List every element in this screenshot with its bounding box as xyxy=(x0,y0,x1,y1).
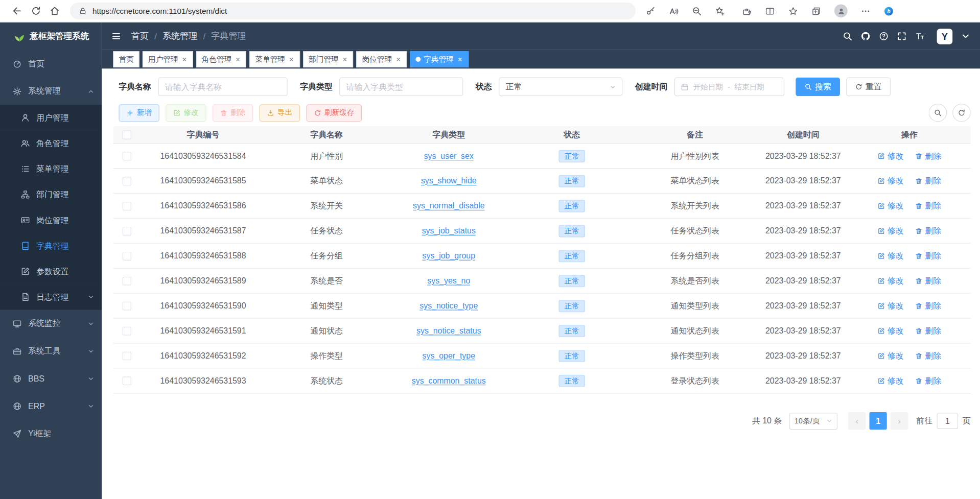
sidebar-item-yi[interactable]: Yi框架 xyxy=(0,420,102,447)
row-edit-link[interactable]: 修改 xyxy=(877,200,903,211)
row-delete-link[interactable]: 删除 xyxy=(915,175,941,186)
search-icon[interactable] xyxy=(843,31,853,41)
row-edit-link[interactable]: 修改 xyxy=(877,300,903,312)
row-edit-link[interactable]: 修改 xyxy=(877,350,903,361)
row-delete-link[interactable]: 删除 xyxy=(915,325,941,336)
tab-home[interactable]: 首页 xyxy=(113,51,139,67)
delete-button[interactable]: 删除 xyxy=(213,104,253,122)
breadcrumb-item[interactable]: 首页 xyxy=(131,31,149,42)
row-delete-link[interactable]: 删除 xyxy=(915,375,941,386)
row-edit-link[interactable]: 修改 xyxy=(877,325,903,336)
dict-type-link[interactable]: sys_notice_type xyxy=(419,301,478,310)
row-delete-link[interactable]: 删除 xyxy=(915,200,941,211)
edit-button[interactable]: 修改 xyxy=(166,104,206,122)
row-edit-link[interactable]: 修改 xyxy=(877,150,903,161)
export-button[interactable]: 导出 xyxy=(260,104,300,122)
bing-copilot-icon[interactable] xyxy=(884,6,894,16)
browser-refresh-button[interactable] xyxy=(26,2,45,19)
font-size-icon[interactable] xyxy=(915,31,925,41)
fullscreen-icon[interactable] xyxy=(897,31,907,41)
dict-type-link[interactable]: sys_notice_status xyxy=(416,326,481,335)
sidebar-item-dict[interactable]: 字典管理 xyxy=(0,233,102,258)
row-edit-link[interactable]: 修改 xyxy=(877,225,903,236)
row-edit-link[interactable]: 修改 xyxy=(877,250,903,262)
page-size-select[interactable]: 10条/页 xyxy=(789,413,837,430)
row-checkbox[interactable] xyxy=(123,326,131,335)
sidebar-item-monitor[interactable]: 系统监控 xyxy=(0,310,102,337)
tab-post[interactable]: 岗位管理× xyxy=(357,51,407,67)
row-edit-link[interactable]: 修改 xyxy=(877,175,903,186)
row-checkbox[interactable] xyxy=(123,251,131,260)
row-edit-link[interactable]: 修改 xyxy=(877,275,903,287)
browser-menu-dots-icon[interactable] xyxy=(860,6,871,16)
password-key-icon[interactable] xyxy=(646,6,656,16)
next-page-button[interactable]: › xyxy=(891,412,908,430)
status-select[interactable]: 正常 xyxy=(499,78,622,97)
date-range-picker[interactable]: 开始日期 - 结束日期 xyxy=(674,78,784,97)
sidebar-item-post[interactable]: 岗位管理 xyxy=(0,207,102,233)
hamburger-icon[interactable] xyxy=(111,31,122,41)
browser-profile-avatar[interactable] xyxy=(834,5,848,18)
row-checkbox[interactable] xyxy=(123,176,131,185)
favorites-star-icon[interactable] xyxy=(788,6,798,16)
close-icon[interactable]: × xyxy=(342,55,348,63)
browser-back-button[interactable] xyxy=(8,2,27,19)
dict-name-input[interactable] xyxy=(158,78,287,97)
browser-home-button[interactable] xyxy=(45,2,64,19)
row-checkbox[interactable] xyxy=(123,351,131,360)
row-delete-link[interactable]: 删除 xyxy=(915,225,941,236)
tab-dict[interactable]: 字典管理× xyxy=(410,51,468,67)
tab-dept[interactable]: 部门管理× xyxy=(303,51,354,67)
reset-button[interactable]: 重置 xyxy=(846,78,891,97)
zoom-out-icon[interactable] xyxy=(692,6,702,16)
row-checkbox[interactable] xyxy=(123,226,131,235)
sidebar-item-erp[interactable]: ERP xyxy=(0,392,102,420)
current-page-button[interactable]: 1 xyxy=(869,412,886,430)
close-icon[interactable]: × xyxy=(457,55,463,63)
close-icon[interactable]: × xyxy=(235,55,241,63)
search-button[interactable]: 搜索 xyxy=(796,78,840,97)
sidebar-item-system[interactable]: 系统管理 xyxy=(0,78,102,105)
dict-type-link[interactable]: sys_oper_type xyxy=(423,351,475,360)
row-checkbox[interactable] xyxy=(123,152,131,160)
refresh-cache-button[interactable]: 刷新缓存 xyxy=(306,104,362,122)
tab-role[interactable]: 角色管理× xyxy=(196,51,247,67)
row-checkbox[interactable] xyxy=(123,201,131,210)
row-edit-link[interactable]: 修改 xyxy=(877,375,903,386)
avatar-caret-icon[interactable] xyxy=(961,31,971,41)
github-icon[interactable] xyxy=(860,31,871,41)
row-delete-link[interactable]: 删除 xyxy=(915,250,941,262)
close-icon[interactable]: × xyxy=(181,55,188,63)
dict-type-link[interactable]: sys_user_sex xyxy=(424,151,474,160)
refresh-table-button[interactable] xyxy=(952,104,970,122)
sidebar-item-home[interactable]: 首页 xyxy=(0,50,102,78)
sidebar-item-config[interactable]: 参数设置 xyxy=(0,258,102,284)
show-search-toggle-button[interactable] xyxy=(929,104,947,122)
help-icon[interactable] xyxy=(879,31,889,41)
tab-menu[interactable]: 菜单管理× xyxy=(249,51,300,67)
row-delete-link[interactable]: 删除 xyxy=(915,150,941,161)
sidebar-item-role[interactable]: 角色管理 xyxy=(0,131,102,156)
sidebar-item-bbs[interactable]: BBS xyxy=(0,365,102,392)
collections-icon[interactable] xyxy=(811,6,822,16)
sidebar-item-menu[interactable]: 菜单管理 xyxy=(0,156,102,182)
dict-type-link[interactable]: sys_common_status xyxy=(412,376,486,385)
user-avatar[interactable]: Y xyxy=(937,29,953,44)
dict-type-link[interactable]: sys_show_hide xyxy=(421,176,477,185)
row-checkbox[interactable] xyxy=(123,301,131,310)
dict-type-link[interactable]: sys_normal_disable xyxy=(413,201,485,210)
breadcrumb-item[interactable]: 系统管理 xyxy=(162,31,197,42)
row-delete-link[interactable]: 删除 xyxy=(915,300,941,312)
address-bar[interactable]: https://ccnetcore.com:1101/system/dict xyxy=(70,3,636,19)
sidebar-item-user[interactable]: 用户管理 xyxy=(0,105,102,130)
tab-user[interactable]: 用户管理× xyxy=(143,51,193,67)
sidebar-item-tool[interactable]: 系统工具 xyxy=(0,337,102,365)
close-icon[interactable]: × xyxy=(395,55,402,63)
extensions-puzzle-icon[interactable] xyxy=(742,6,752,16)
add-favorite-icon[interactable] xyxy=(715,6,725,16)
dict-type-link[interactable]: sys_job_status xyxy=(422,226,476,235)
close-icon[interactable]: × xyxy=(288,55,294,63)
dict-type-link[interactable]: sys_job_group xyxy=(423,251,475,260)
sidebar-item-dept[interactable]: 部门管理 xyxy=(0,182,102,207)
goto-page-input[interactable] xyxy=(937,413,959,429)
